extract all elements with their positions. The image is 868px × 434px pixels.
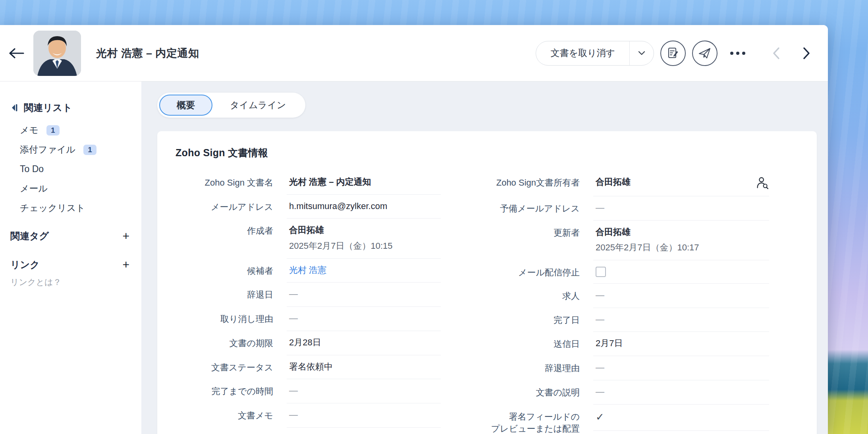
field-sent-date: 送信日 2月7日 — [471, 334, 795, 356]
back-button[interactable] — [9, 44, 28, 63]
more-options-icon — [730, 52, 733, 55]
field-document-notes: 文書メモ — — [176, 406, 453, 428]
previous-record-button[interactable] — [771, 45, 782, 61]
sidebar-item-attachments[interactable]: 添付ファイル 1 — [20, 144, 131, 155]
field-time-to-complete: 完了までの時間 — — [176, 382, 453, 403]
next-record-button[interactable] — [801, 45, 812, 61]
header-actions: 文書を取り消す — [536, 41, 812, 66]
field-document-owner: Zoho Sign文書所有者 合田拓雄 — [471, 173, 795, 196]
back-arrow-icon — [9, 47, 25, 59]
related-list-items: メモ 1 添付ファイル 1 To Do メール チェックリスト — [20, 124, 131, 214]
chevron-left-icon — [772, 47, 780, 60]
field-document-status: 文書ステータス 署名依頼中 — [176, 358, 453, 380]
sidebar-item-notes[interactable]: メモ 1 — [20, 124, 131, 136]
cancel-document-button[interactable]: 文書を取り消す — [536, 41, 629, 65]
field-document-deadline: 文書の期限 2月28日 — [176, 333, 453, 355]
field-secondary-email: 予備メールアドレス — — [471, 199, 795, 221]
sign-field-check-icon: ✓ — [596, 410, 604, 424]
sign-document-button[interactable] — [660, 41, 686, 66]
field-created-by: 作成者 合田拓雄 2025年2月7日（金）10:15 — [176, 221, 453, 258]
related-tags-section: 関連タグ + — [10, 230, 131, 242]
created-timestamp: 2025年2月7日（金）10:15 — [289, 240, 392, 252]
view-tabs: 概要 タイムライン — [157, 93, 305, 118]
add-tag-button[interactable]: + — [121, 230, 131, 242]
cancel-document-split-button: 文書を取り消す — [536, 41, 654, 66]
field-decline-reason: 辞退理由 — — [471, 358, 795, 380]
field-modified-by: 更新者 合田拓雄 2025年2月7日（金）10:17 — [471, 223, 795, 260]
links-help-link[interactable]: リンクとは？ — [10, 277, 131, 288]
notes-count-badge: 1 — [46, 125, 60, 136]
more-options-button[interactable] — [725, 48, 750, 59]
field-columns: Zoho Sign 文書名 光村 浩憲 – 内定通知 メールアドレス h.mit… — [176, 173, 795, 434]
field-email-opt-out: メール配信停止 — [471, 263, 795, 284]
window-body: 関連リスト メモ 1 添付ファイル 1 To Do メール — [0, 81, 828, 434]
field-job-opening: 求人 — — [471, 286, 795, 308]
desktop-background: 光村 浩憲 – 内定通知 文書を取り消す — [0, 0, 868, 434]
sidebar-item-email[interactable]: メール — [20, 183, 131, 194]
owner-lookup-button[interactable] — [756, 176, 769, 190]
collapse-panel-icon — [10, 103, 18, 112]
paper-plane-icon — [698, 47, 712, 60]
add-link-button[interactable]: + — [121, 259, 131, 271]
document-sign-icon — [667, 47, 679, 60]
field-email: メールアドレス h.mitsumura@zylker.com — [176, 197, 453, 219]
send-document-button[interactable] — [692, 41, 718, 66]
chevron-right-icon — [802, 47, 810, 60]
sidebar-item-todo[interactable]: To Do — [20, 163, 131, 175]
sidebar-item-checklist[interactable]: チェックリスト — [20, 202, 131, 214]
user-lookup-icon — [756, 176, 769, 190]
chevron-down-icon — [638, 51, 645, 55]
field-document-name: Zoho Sign 文書名 光村 浩憲 – 内定通知 — [176, 173, 453, 195]
app-window: 光村 浩憲 – 内定通知 文書を取り消す — [0, 25, 828, 434]
candidate-avatar — [33, 31, 81, 76]
attachments-count-badge: 1 — [83, 145, 96, 155]
field-cancel-reason: 取り消し理由 — — [176, 309, 453, 331]
fields-left-column: Zoho Sign 文書名 光村 浩憲 – 内定通知 メールアドレス h.mit… — [176, 173, 453, 434]
tab-overview[interactable]: 概要 — [159, 95, 212, 116]
candidate-link[interactable]: 光村 浩憲 — [289, 264, 326, 276]
email-opt-out-checkbox[interactable] — [596, 267, 606, 277]
links-section: リンク + — [10, 258, 131, 271]
main-content: 概要 タイムライン Zoho Sign 文書情報 Zoho Sign 文書名 光… — [141, 81, 828, 434]
related-tags-title: 関連タグ — [10, 230, 49, 242]
related-list-header[interactable]: 関連リスト — [10, 101, 131, 114]
field-document-description: 文書の説明 — — [471, 383, 795, 405]
fields-right-column: Zoho Sign文書所有者 合田拓雄 — [471, 173, 795, 434]
record-navigation — [771, 45, 812, 61]
field-sign-field-preview: 署名フィールドの プレビューまたは配置 ✓ — [471, 407, 795, 434]
related-list-title: 関連リスト — [24, 101, 72, 114]
field-completed-date: 完了日 — — [471, 310, 795, 332]
field-declined-date: 辞退日 — — [176, 285, 453, 307]
record-header: 光村 浩憲 – 内定通知 文書を取り消す — [0, 25, 828, 81]
tab-timeline[interactable]: タイムライン — [212, 95, 303, 116]
field-candidate: 候補者 光村 浩憲 — [176, 261, 453, 283]
cancel-document-dropdown[interactable] — [630, 41, 654, 65]
links-title: リンク — [10, 258, 40, 271]
section-title: Zoho Sign 文書情報 — [176, 146, 795, 159]
page-title: 光村 浩憲 – 内定通知 — [96, 46, 199, 60]
zoho-sign-info-card: Zoho Sign 文書情報 Zoho Sign 文書名 光村 浩憲 – 内定通… — [157, 131, 817, 434]
modified-timestamp: 2025年2月7日（金）10:17 — [596, 242, 699, 254]
related-sidebar: 関連リスト メモ 1 添付ファイル 1 To Do メール — [0, 81, 141, 434]
avatar-photo — [33, 31, 81, 76]
